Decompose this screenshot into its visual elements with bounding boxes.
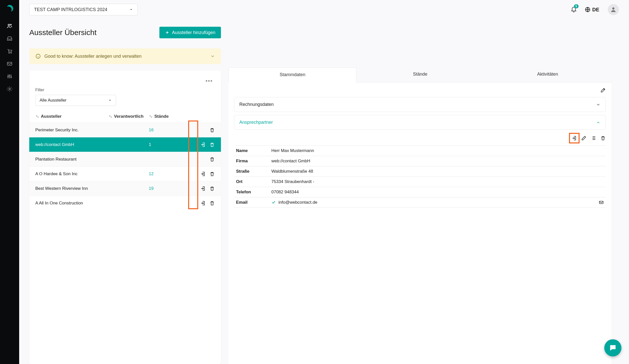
value-strasse: Waldblumenstraße 48 xyxy=(269,166,606,177)
label-telefon: Telefon xyxy=(234,187,269,197)
nav-sliders[interactable] xyxy=(0,70,19,83)
login-as-icon[interactable] xyxy=(200,186,206,191)
exhibitor-table: Aussteller Verantwortlich Stände Perimet… xyxy=(29,110,221,364)
left-column: Aussteller Übersicht Aussteller hinzufüg… xyxy=(29,19,221,364)
right-column: Stammdaten Stände Aktivitäten Rechnungsd… xyxy=(228,19,619,364)
plus-icon xyxy=(165,30,169,35)
filter-label: Filter xyxy=(29,88,221,92)
row-staende: 19 xyxy=(149,186,182,191)
app-logo xyxy=(5,4,15,14)
svg-point-2 xyxy=(10,24,11,25)
chat-fab[interactable] xyxy=(604,339,621,356)
content: Aussteller Übersicht Aussteller hinzufüg… xyxy=(19,19,629,364)
sort-icon xyxy=(149,114,153,118)
col-verantwortlich[interactable]: Verantwortlich xyxy=(108,114,149,119)
value-name: Herr Max Mustermann xyxy=(269,146,606,156)
exhibitor-table-card: ••• Filter Alle Aussteller Aussteller xyxy=(29,71,221,364)
label-strasse: Straße xyxy=(234,166,269,177)
login-as-icon[interactable] xyxy=(200,171,206,177)
table-row[interactable]: A O Hardee & Son Inc12 xyxy=(29,166,221,181)
table-row[interactable]: A All In One Construction xyxy=(29,196,221,210)
edit-icon[interactable] xyxy=(581,135,587,141)
table-row[interactable]: Best Western Riverview Inn19 xyxy=(29,181,221,196)
section-rechnungsdaten[interactable]: Rechnungsdaten xyxy=(234,97,606,112)
sort-icon xyxy=(35,114,39,118)
info-alert[interactable]: Good to know: Aussteller anlegen und ver… xyxy=(29,48,221,64)
row-staende: 12 xyxy=(149,171,182,176)
svg-rect-13 xyxy=(599,201,603,204)
svg-point-1 xyxy=(8,24,10,26)
table-row[interactable]: Plantation Restaurant xyxy=(29,152,221,166)
filter-selected: Alle Aussteller xyxy=(40,98,67,103)
table-more-menu[interactable]: ••• xyxy=(204,77,215,85)
info-icon xyxy=(35,53,41,59)
chevron-down-icon xyxy=(210,54,215,58)
language-switcher[interactable]: DE xyxy=(585,7,599,13)
nav-mail[interactable] xyxy=(0,57,19,70)
svg-point-6 xyxy=(8,76,9,77)
main: TEST CAMP INTRLOGISTICS 2024 5 DE Ausste… xyxy=(19,0,629,364)
trash-icon[interactable] xyxy=(209,157,215,162)
svg-point-0 xyxy=(7,8,8,9)
tab-stammdaten[interactable]: Stammdaten xyxy=(228,67,356,82)
topbar: TEST CAMP INTRLOGISTICS 2024 5 DE xyxy=(19,0,629,19)
caret-down-icon xyxy=(129,8,133,11)
row-name: Best Western Riverview Inn xyxy=(35,186,108,191)
detail-panel: Rechnungsdaten Ansprechpartner xyxy=(228,82,611,364)
contact-details: Name Herr Max Mustermann Firma web://con… xyxy=(234,145,606,208)
value-ort: 75334 Straubenhardt - xyxy=(269,177,606,187)
svg-point-8 xyxy=(11,77,12,78)
add-exhibitor-label: Aussteller hinzufügen xyxy=(172,30,215,35)
label-name: Name xyxy=(234,146,269,156)
trash-icon[interactable] xyxy=(209,142,215,147)
chevron-down-icon xyxy=(596,102,601,107)
tab-aktivitaeten[interactable]: Aktivitäten xyxy=(484,67,611,82)
section-ansprechpartner[interactable]: Ansprechpartner xyxy=(234,115,606,130)
label-ort: Ort xyxy=(234,177,269,187)
list-icon[interactable] xyxy=(591,135,596,141)
table-row[interactable]: Perimeter Security Inc.16 xyxy=(29,123,221,137)
row-name: Plantation Restaurant xyxy=(35,157,108,162)
trash-icon[interactable] xyxy=(209,186,215,191)
contact-toolbar xyxy=(234,133,606,145)
caret-down-icon xyxy=(108,99,112,102)
login-as-icon[interactable] xyxy=(200,142,206,147)
svg-point-11 xyxy=(612,7,615,10)
trash-icon[interactable] xyxy=(209,171,215,177)
nav-inbox[interactable] xyxy=(0,32,19,45)
globe-icon xyxy=(585,7,591,13)
trash-icon[interactable] xyxy=(600,135,606,141)
event-selector[interactable]: TEST CAMP INTRLOGISTICS 2024 xyxy=(29,4,138,15)
table-row[interactable]: web://contact GmbH1 xyxy=(29,137,221,152)
user-icon xyxy=(610,6,617,13)
svg-rect-5 xyxy=(7,62,12,65)
user-avatar[interactable] xyxy=(608,4,619,15)
trash-icon[interactable] xyxy=(209,127,215,133)
language-label: DE xyxy=(592,7,599,13)
detail-tabs: Stammdaten Stände Aktivitäten xyxy=(228,67,611,82)
chevron-up-icon xyxy=(596,120,601,125)
event-selector-label: TEST CAMP INTRLOGISTICS 2024 xyxy=(34,7,107,12)
notifications-button[interactable]: 5 xyxy=(570,6,577,13)
col-staende[interactable]: Stände xyxy=(149,114,182,119)
nav-exhibitors[interactable] xyxy=(0,20,19,32)
info-alert-text: Good to know: Aussteller anlegen und ver… xyxy=(44,54,141,59)
edit-icon[interactable] xyxy=(600,87,606,93)
value-telefon: 07082 948344 xyxy=(269,187,606,197)
sidebar xyxy=(0,0,19,364)
table-header: Aussteller Verantwortlich Stände xyxy=(29,110,221,123)
filter-select[interactable]: Alle Aussteller xyxy=(35,95,116,106)
sort-icon xyxy=(108,114,112,118)
svg-point-4 xyxy=(11,53,12,53)
add-exhibitor-button[interactable]: Aussteller hinzufügen xyxy=(159,27,221,38)
mail-icon[interactable] xyxy=(599,200,604,205)
login-as-icon[interactable] xyxy=(571,135,577,141)
col-aussteller[interactable]: Aussteller xyxy=(35,114,108,119)
svg-point-9 xyxy=(9,88,10,90)
row-name: web://contact GmbH xyxy=(35,142,108,147)
login-as-icon[interactable] xyxy=(200,200,206,206)
tab-staende[interactable]: Stände xyxy=(356,67,484,82)
nav-cart[interactable] xyxy=(0,45,19,57)
nav-settings[interactable] xyxy=(0,83,19,95)
trash-icon[interactable] xyxy=(209,200,215,206)
